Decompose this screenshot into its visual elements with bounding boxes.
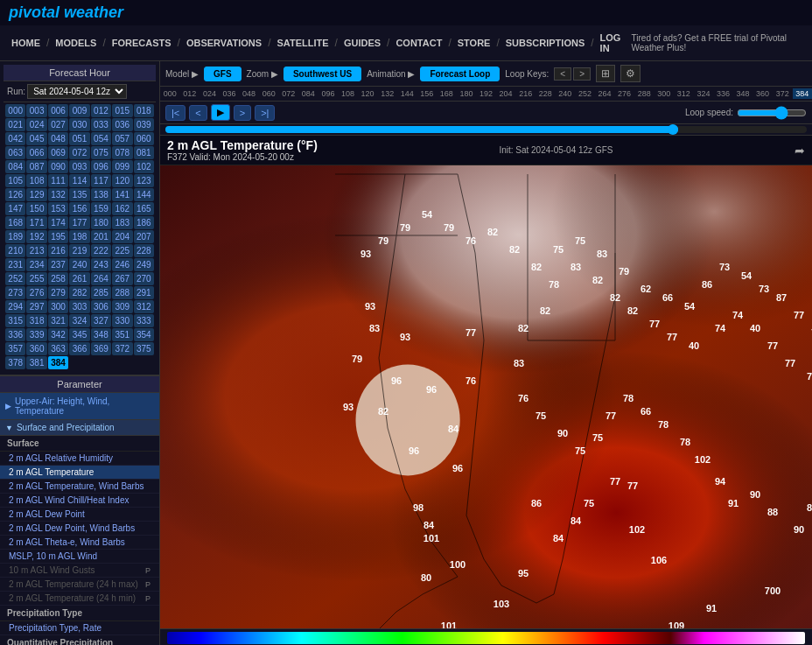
ts-cell-168[interactable]: 168	[437, 88, 457, 99]
fh-cell-021[interactable]: 021	[5, 118, 25, 131]
param-item-5[interactable]: 2 m AGL Dew Point, Wind Barbs	[0, 522, 159, 536]
fh-cell-060[interactable]: 060	[134, 132, 154, 145]
fh-cell-336[interactable]: 336	[5, 328, 25, 341]
ts-cell-060[interactable]: 060	[259, 88, 279, 99]
fh-cell-015[interactable]: 015	[112, 104, 132, 117]
play-button[interactable]: ▶	[211, 104, 230, 121]
fh-cell-228[interactable]: 228	[134, 244, 154, 257]
ts-cell-000[interactable]: 000	[160, 88, 180, 99]
ts-cell-276[interactable]: 276	[614, 88, 634, 99]
ts-cell-144[interactable]: 144	[397, 88, 417, 99]
run-select[interactable]: Sat 2024-05-04 12z	[27, 84, 127, 99]
share-button[interactable]: ➦	[794, 144, 805, 158]
settings-icon-button[interactable]: ⚙	[620, 65, 640, 82]
ts-cell-264[interactable]: 264	[595, 88, 615, 99]
fh-cell-384[interactable]: 384	[48, 356, 68, 369]
fh-cell-360[interactable]: 360	[26, 342, 46, 355]
fh-cell-378[interactable]: 378	[5, 356, 25, 369]
fh-cell-192[interactable]: 192	[26, 230, 46, 243]
fh-cell-348[interactable]: 348	[91, 328, 111, 341]
progress-handle[interactable]	[668, 124, 678, 135]
param-item-6[interactable]: 2 m AGL Theta-e, Wind Barbs	[0, 536, 159, 550]
fh-cell-291[interactable]: 291	[134, 286, 154, 299]
fh-cell-012[interactable]: 012	[91, 104, 111, 117]
fh-cell-120[interactable]: 120	[112, 174, 132, 187]
zoom-value-button[interactable]: Southwest US	[284, 67, 361, 81]
fh-cell-027[interactable]: 027	[48, 118, 68, 131]
fh-cell-282[interactable]: 282	[69, 286, 89, 299]
nav-models[interactable]: MODELS	[51, 31, 101, 55]
ts-cell-108[interactable]: 108	[338, 88, 358, 99]
fh-cell-270[interactable]: 270	[134, 272, 154, 285]
fh-cell-126[interactable]: 126	[5, 188, 25, 201]
fh-cell-087[interactable]: 087	[26, 160, 46, 173]
fh-cell-276[interactable]: 276	[26, 286, 46, 299]
ts-cell-180[interactable]: 180	[457, 88, 477, 99]
nav-observations[interactable]: OBSERVATIONS	[182, 31, 266, 55]
fh-cell-309[interactable]: 309	[112, 300, 132, 313]
fh-cell-279[interactable]: 279	[48, 286, 68, 299]
fh-cell-207[interactable]: 207	[134, 230, 154, 243]
fh-cell-222[interactable]: 222	[91, 244, 111, 257]
nav-guides[interactable]: GUIDES	[340, 31, 385, 55]
fh-cell-174[interactable]: 174	[48, 216, 68, 229]
fh-cell-159[interactable]: 159	[91, 202, 111, 215]
fh-cell-096[interactable]: 096	[91, 160, 111, 173]
fh-cell-072[interactable]: 072	[69, 146, 89, 159]
fh-cell-255[interactable]: 255	[26, 272, 46, 285]
ts-cell-096[interactable]: 096	[318, 88, 339, 99]
ts-cell-072[interactable]: 072	[278, 88, 298, 99]
ts-cell-228[interactable]: 228	[536, 88, 556, 99]
fh-cell-219[interactable]: 219	[69, 244, 89, 257]
fh-cell-210[interactable]: 210	[5, 244, 25, 257]
ts-cell-132[interactable]: 132	[377, 88, 397, 99]
fh-cell-102[interactable]: 102	[134, 160, 154, 173]
fh-cell-006[interactable]: 006	[48, 104, 68, 117]
ts-cell-348[interactable]: 348	[733, 88, 753, 99]
fh-cell-327[interactable]: 327	[91, 314, 111, 327]
fh-cell-084[interactable]: 084	[5, 160, 25, 173]
fh-cell-075[interactable]: 075	[91, 146, 111, 159]
fh-cell-345[interactable]: 345	[69, 328, 89, 341]
fh-cell-069[interactable]: 069	[48, 146, 68, 159]
fh-cell-252[interactable]: 252	[5, 272, 25, 285]
fh-cell-357[interactable]: 357	[5, 342, 25, 355]
param-group-upper-air-header[interactable]: ▶ Upper-Air: Height, Wind, Temperature	[0, 393, 159, 420]
fh-cell-261[interactable]: 261	[69, 272, 89, 285]
param-item-0[interactable]: 2 m AGL Relative Humidity	[0, 452, 159, 466]
fh-cell-009[interactable]: 009	[69, 104, 89, 117]
fh-cell-321[interactable]: 321	[48, 314, 68, 327]
fh-cell-078[interactable]: 078	[112, 146, 132, 159]
ts-cell-192[interactable]: 192	[476, 88, 496, 99]
animation-value-button[interactable]: Forecast Loop	[420, 67, 500, 81]
fh-cell-003[interactable]: 003	[26, 104, 46, 117]
progress-track[interactable]	[165, 126, 807, 133]
fh-cell-315[interactable]: 315	[5, 314, 25, 327]
fh-cell-042[interactable]: 042	[5, 132, 25, 145]
fh-cell-045[interactable]: 045	[26, 132, 46, 145]
fh-cell-234[interactable]: 234	[26, 258, 46, 271]
fh-cell-138[interactable]: 138	[91, 188, 111, 201]
fh-cell-147[interactable]: 147	[5, 202, 25, 215]
ts-cell-204[interactable]: 204	[496, 88, 516, 99]
progress-bar[interactable]	[160, 124, 812, 136]
fh-cell-306[interactable]: 306	[91, 300, 111, 313]
fh-cell-288[interactable]: 288	[112, 286, 132, 299]
ts-cell-048[interactable]: 048	[239, 88, 259, 99]
ts-cell-024[interactable]: 024	[200, 88, 220, 99]
fh-cell-135[interactable]: 135	[69, 188, 89, 201]
fh-cell-150[interactable]: 150	[26, 202, 46, 215]
fh-cell-264[interactable]: 264	[91, 272, 111, 285]
fh-cell-033[interactable]: 033	[91, 118, 111, 131]
fh-cell-177[interactable]: 177	[69, 216, 89, 229]
fh-cell-312[interactable]: 312	[134, 300, 154, 313]
ts-cell-240[interactable]: 240	[556, 88, 576, 99]
fh-cell-372[interactable]: 372	[112, 342, 132, 355]
fh-cell-105[interactable]: 105	[5, 174, 25, 187]
speed-slider[interactable]	[737, 106, 807, 120]
nav-login[interactable]: LOG IN	[596, 25, 632, 60]
ts-cell-036[interactable]: 036	[220, 88, 240, 99]
ts-cell-216[interactable]: 216	[515, 88, 536, 99]
fh-cell-351[interactable]: 351	[112, 328, 132, 341]
fh-cell-048[interactable]: 048	[48, 132, 68, 145]
